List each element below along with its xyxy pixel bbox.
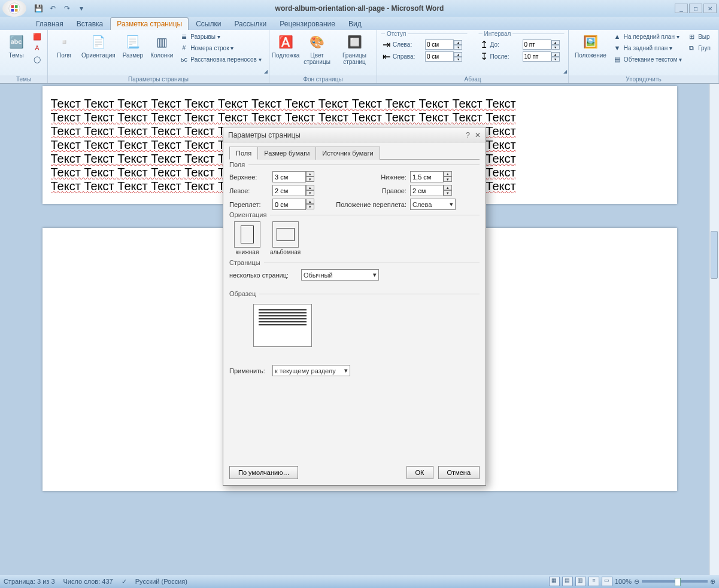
page-borders-icon: 🔲: [345, 32, 364, 51]
line-numbers-button[interactable]: #Номера строк ▾: [178, 42, 262, 53]
indent-right-icon: ⇤: [383, 51, 390, 62]
close-button[interactable]: ✕: [703, 4, 717, 13]
text-line[interactable]: Текст Текст Текст Текст Текст Текст Текс…: [51, 97, 669, 111]
scrollbar-thumb[interactable]: [711, 231, 718, 279]
dialog-tab-paper[interactable]: Размер бумаги: [257, 147, 316, 160]
dialog-help-icon[interactable]: ?: [466, 131, 470, 139]
top-margin-input[interactable]: ▴▾: [272, 171, 314, 182]
tab-mailings[interactable]: Рассылки: [228, 18, 272, 30]
zoom-slider[interactable]: [642, 580, 708, 583]
tab-page-layout[interactable]: Разметка страницы: [110, 17, 189, 30]
vertical-scrollbar[interactable]: [709, 84, 719, 575]
hyphenation-button[interactable]: ьсРасстановка переносов ▾: [178, 54, 262, 65]
dialog-tab-margins[interactable]: Поля: [229, 147, 258, 160]
page-status[interactable]: Страница: 3 из 3: [4, 578, 55, 585]
zoom-out-button[interactable]: ⊖: [634, 578, 639, 586]
tab-home[interactable]: Главная: [30, 18, 69, 30]
portrait-button[interactable]: книжная: [234, 221, 260, 255]
spacing-after-spinner[interactable]: ▴▾: [523, 51, 560, 62]
text-line[interactable]: Текст Текст Текст Текст Текст Текст Текс…: [51, 111, 669, 124]
left-margin-label: Левое:: [229, 187, 272, 194]
zoom-in-button[interactable]: ⊕: [710, 578, 715, 586]
ribbon-tabs: Главная Вставка Разметка страницы Ссылки…: [0, 17, 719, 30]
ok-button[interactable]: ОК: [406, 466, 433, 479]
theme-effects-button[interactable]: ◯: [31, 54, 43, 65]
theme-colors-button[interactable]: 🟥: [31, 31, 43, 42]
page-color-button[interactable]: 🎨Цвет страницы: [301, 31, 333, 66]
tab-view[interactable]: Вид: [342, 18, 368, 30]
breaks-button[interactable]: ≣Разрывы ▾: [178, 31, 262, 42]
office-button[interactable]: [2, 0, 26, 17]
spacing-before-spinner[interactable]: ▴▾: [523, 39, 560, 50]
undo-icon[interactable]: ↶: [47, 2, 59, 14]
text-wrap-icon: ▤: [612, 54, 622, 64]
size-button[interactable]: 📃Размер: [120, 31, 145, 60]
left-margin-input[interactable]: ▴▾: [272, 185, 314, 196]
word-count[interactable]: Число слов: 437: [63, 578, 113, 585]
multi-pages-select[interactable]: Обычный▾: [301, 269, 379, 281]
default-button[interactable]: По умолчанию…: [229, 466, 298, 479]
fullscreen-view[interactable]: ▤: [562, 577, 573, 586]
zoom-value[interactable]: 100%: [615, 578, 632, 585]
spacing-after-label: После:: [490, 53, 520, 60]
spacing-head: Интервал: [483, 31, 513, 37]
landscape-icon: [272, 221, 299, 248]
watermark-button[interactable]: 🅰️Подложка: [273, 31, 298, 60]
send-back-button[interactable]: ▼На задний план ▾: [611, 42, 683, 53]
dialog-controls: ? ✕: [466, 131, 481, 139]
portrait-label: книжная: [236, 249, 259, 255]
gutter-input[interactable]: ▴▾: [272, 199, 314, 210]
cancel-button[interactable]: Отмена: [438, 466, 480, 479]
bottom-margin-label: Нижнее:: [332, 173, 410, 181]
right-margin-input[interactable]: ▴▾: [410, 185, 452, 196]
dialog-tab-layout[interactable]: Источник бумаги: [315, 147, 380, 160]
qat-dropdown-icon[interactable]: ▾: [75, 2, 87, 14]
tab-references[interactable]: Ссылки: [190, 18, 227, 30]
tab-review[interactable]: Рецензирование: [274, 18, 341, 30]
margins-button[interactable]: ▫️Поля: [51, 31, 77, 60]
size-label: Размер: [123, 52, 143, 59]
columns-button[interactable]: ▥Колонки: [148, 31, 175, 60]
language-status[interactable]: Русский (Россия): [135, 578, 187, 585]
print-layout-view[interactable]: ▦: [549, 577, 560, 586]
bring-front-icon: ▲: [612, 32, 622, 41]
save-icon[interactable]: 💾: [32, 2, 44, 14]
bottom-margin-input[interactable]: ▴▾: [410, 171, 452, 182]
align-label: Выр: [698, 33, 709, 40]
gutter-label: Переплет:: [229, 201, 272, 208]
gutter-pos-select[interactable]: Слева▾: [410, 199, 456, 210]
tab-insert[interactable]: Вставка: [71, 18, 110, 30]
apply-to-select[interactable]: к текущему разделу▾: [272, 365, 350, 376]
page-setup-launcher-icon[interactable]: ◢: [264, 69, 268, 74]
indent-left-icon: ⇥: [383, 39, 390, 50]
back-label: На задний план ▾: [624, 45, 672, 51]
window-controls: _ □ ✕: [675, 4, 717, 13]
themes-button[interactable]: 🔤Темы: [4, 31, 29, 60]
draft-view[interactable]: ▭: [602, 577, 612, 586]
orientation-button[interactable]: 📄Ориентация: [79, 31, 118, 60]
position-button[interactable]: 🖼️Положение: [572, 31, 609, 60]
dialog-close-icon[interactable]: ✕: [475, 131, 481, 139]
dialog-titlebar[interactable]: Параметры страницы ? ✕: [223, 127, 486, 143]
size-icon: 📃: [123, 32, 142, 51]
minimize-button[interactable]: _: [675, 4, 688, 13]
align-button[interactable]: ⊞Выр: [685, 31, 712, 42]
page-borders-button[interactable]: 🔲Границы страниц: [336, 31, 373, 66]
top-margin-label: Верхнее:: [229, 173, 272, 181]
landscape-button[interactable]: альбомная: [270, 221, 301, 255]
redo-icon[interactable]: ↷: [61, 2, 73, 14]
spellcheck-icon[interactable]: ✓: [122, 578, 127, 586]
outline-view[interactable]: ≡: [588, 577, 599, 586]
web-view[interactable]: ▥: [575, 577, 586, 586]
text-wrap-button[interactable]: ▤Обтекание текстом ▾: [611, 54, 683, 65]
bring-front-button[interactable]: ▲На передний план ▾: [611, 31, 683, 42]
maximize-button[interactable]: □: [689, 4, 702, 13]
indent-left-spinner[interactable]: ▴▾: [425, 39, 462, 50]
front-label: На передний план ▾: [624, 33, 679, 40]
indent-right-spinner[interactable]: ▴▾: [425, 51, 462, 62]
paragraph-launcher-icon[interactable]: ◢: [563, 69, 567, 74]
page-color-icon: 🎨: [308, 32, 327, 51]
group-button[interactable]: ⧉Груп: [685, 42, 712, 53]
line-numbers-label: Номера строк ▾: [190, 45, 233, 51]
theme-fonts-button[interactable]: A: [31, 42, 43, 53]
